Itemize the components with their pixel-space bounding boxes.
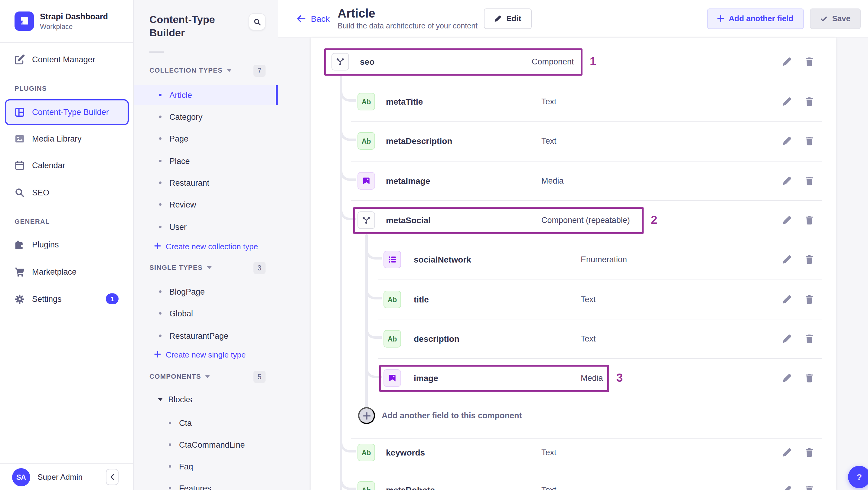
bullet-icon <box>159 226 161 228</box>
item-label: Features <box>179 484 211 490</box>
add-another-field-button[interactable]: Add another field <box>707 8 804 29</box>
sidebar-item-category[interactable]: Category <box>134 107 278 126</box>
chevron-down-icon <box>207 266 212 269</box>
sidebar-item-article[interactable]: Article <box>134 85 278 105</box>
sidebar-item-page[interactable]: Page <box>134 129 278 148</box>
delete-field-button[interactable] <box>805 215 814 225</box>
sidebar-item-user[interactable]: User <box>134 217 278 237</box>
delete-field-button[interactable] <box>805 448 814 457</box>
workspace-label: Workplace <box>40 23 108 30</box>
section-header-label: COLLECTION TYPES <box>149 66 223 74</box>
sidebar-item-plugins[interactable]: Plugins <box>0 234 133 255</box>
field-row-metaimage: metaImageMedia <box>311 161 836 200</box>
edit-field-button[interactable] <box>782 448 792 457</box>
field-row-image: imageMedia <box>311 359 836 397</box>
sidebar-item-media-library[interactable]: Media Library <box>0 128 133 149</box>
sidebar-item-place[interactable]: Place <box>134 151 278 171</box>
bullet-icon <box>159 312 161 314</box>
fields-canvas: seoComponent1AbmetaTitleTextAbmetaDescri… <box>278 37 868 490</box>
main-sidebar: Strapi Dashboard Workplace Content Manag… <box>0 0 134 490</box>
main-content: Back Article Build the data architecture… <box>278 0 868 490</box>
edit-field-button[interactable] <box>782 136 792 146</box>
sidebar-item-review[interactable]: Review <box>134 195 278 214</box>
sidebar-item-faq[interactable]: Faq <box>134 457 278 476</box>
bullet-icon <box>159 203 161 206</box>
field-type: Text <box>581 334 596 343</box>
add-subfield-button[interactable] <box>358 407 375 424</box>
edit-field-button[interactable] <box>782 97 792 106</box>
sidebar-item-restaurantpage[interactable]: RestaurantPage <box>134 326 278 345</box>
sidebar-item-marketplace[interactable]: Marketplace <box>0 261 133 282</box>
sidebar-item-content-manager[interactable]: Content Manager <box>0 49 133 70</box>
layout-icon <box>14 107 25 117</box>
avatar: SA <box>12 468 30 486</box>
sidebar-item-content-type-builder[interactable]: Content-Type Builder <box>5 99 129 125</box>
sidebar-item-seo[interactable]: SEO <box>0 182 133 203</box>
edit-field-button[interactable] <box>782 373 792 383</box>
item-label: Global <box>169 309 193 318</box>
collapse-sidebar-button[interactable] <box>106 469 119 485</box>
field-name: metaImage <box>386 176 430 186</box>
search-button[interactable] <box>249 13 266 30</box>
edit-button[interactable]: Edit <box>484 8 531 29</box>
text-field-icon: Ab <box>358 93 375 111</box>
bullet-icon <box>159 94 161 96</box>
field-type: Component (repeatable) <box>541 216 630 225</box>
delete-field-button[interactable] <box>805 176 814 186</box>
create-new-link-0[interactable]: Create new collection type <box>154 242 258 251</box>
delete-field-button[interactable] <box>805 334 814 344</box>
edit-field-button[interactable] <box>782 176 792 186</box>
bullet-icon <box>169 422 171 424</box>
sidebar-item-features[interactable]: Features <box>134 479 278 490</box>
delete-field-button[interactable] <box>805 485 814 490</box>
back-link[interactable]: Back <box>297 13 330 23</box>
sidebar-item-settings[interactable]: Settings1 <box>0 288 133 310</box>
chevron-left-icon <box>110 474 115 480</box>
create-new-link-1[interactable]: Create new single type <box>154 350 246 359</box>
edit-field-button[interactable] <box>782 334 792 344</box>
puzzle-icon <box>14 239 25 249</box>
component-group-blocks[interactable]: Blocks <box>158 395 192 404</box>
page-title: Article <box>338 7 484 20</box>
add-subfield-label[interactable]: Add another field to this component <box>382 411 522 420</box>
page-subtitle: Build the data architecture of your cont… <box>338 22 484 30</box>
text-field-icon: Ab <box>358 444 375 461</box>
sidebar-item-blogpage[interactable]: BlogPage <box>134 282 278 301</box>
section-header-components[interactable]: COMPONENTS <box>149 373 210 380</box>
section-header-label: SINGLE TYPES <box>149 264 203 271</box>
delete-field-button[interactable] <box>805 373 814 383</box>
sidebar-item-label: Media Library <box>32 134 82 143</box>
sidebar-item-global[interactable]: Global <box>134 304 278 323</box>
component-field-icon <box>358 211 375 229</box>
check-icon <box>820 15 827 22</box>
sidebar-item-ctacommandline[interactable]: CtaCommandLine <box>134 435 278 454</box>
delete-field-button[interactable] <box>805 57 814 66</box>
edit-field-button[interactable] <box>782 255 792 264</box>
sidebar-item-calendar[interactable]: Calendar <box>0 154 133 176</box>
create-link-label: Create new single type <box>166 350 246 359</box>
delete-field-button[interactable] <box>805 136 814 146</box>
enum-field-icon <box>383 251 401 268</box>
delete-field-button[interactable] <box>805 295 814 304</box>
section-count-badge: 5 <box>253 371 266 383</box>
bullet-icon <box>159 335 161 337</box>
sidebar-item-restaurant[interactable]: Restaurant <box>134 173 278 192</box>
edit-field-button[interactable] <box>782 215 792 225</box>
section-header-single-types[interactable]: SINGLE TYPES <box>149 264 212 271</box>
item-label: Page <box>169 134 188 143</box>
help-button[interactable]: ? <box>848 466 868 488</box>
page-header: Back Article Build the data architecture… <box>278 0 868 37</box>
nav-section-title-general: GENERAL <box>14 218 50 225</box>
edit-field-button[interactable] <box>782 57 792 66</box>
edit-field-button[interactable] <box>782 295 792 304</box>
media-field-icon <box>383 369 401 387</box>
field-type: Text <box>581 295 596 304</box>
delete-field-button[interactable] <box>805 97 814 106</box>
save-button[interactable]: Save <box>810 8 861 29</box>
section-header-collection-types[interactable]: COLLECTION TYPES <box>149 66 232 74</box>
annotation-number-3: 3 <box>616 371 623 385</box>
sidebar-item-cta[interactable]: Cta <box>134 413 278 432</box>
item-label: User <box>169 222 187 232</box>
delete-field-button[interactable] <box>805 255 814 264</box>
edit-field-button[interactable] <box>782 485 792 490</box>
